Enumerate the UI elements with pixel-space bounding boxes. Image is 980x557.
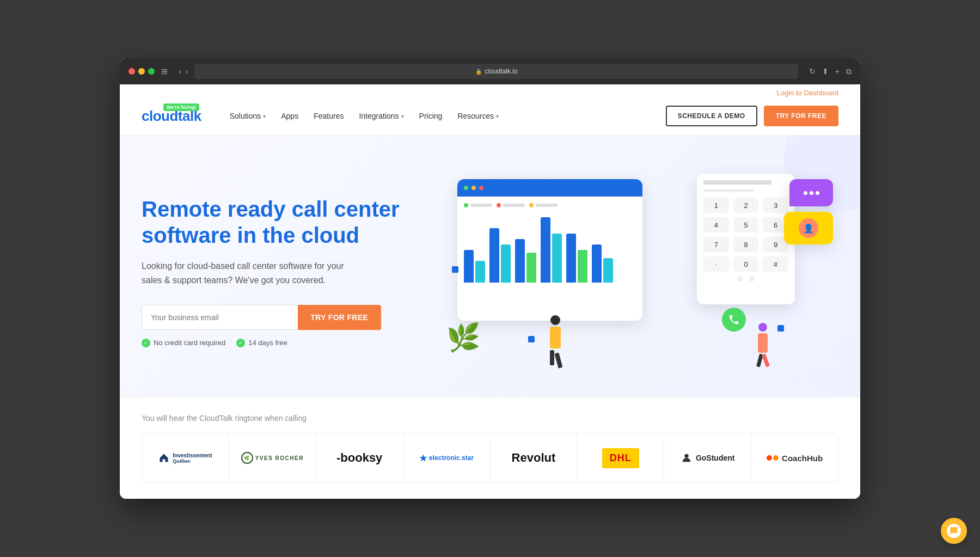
logo-card-dhl: DHL: [577, 433, 664, 482]
bar: [475, 261, 485, 283]
person-legs: [539, 350, 572, 368]
social-proof-section: You will hear the CloudTalk ringtone whe…: [120, 397, 860, 499]
deco-square-3: [777, 325, 784, 332]
nav-item-resources[interactable]: Resources ▾: [451, 107, 505, 125]
key-8[interactable]: 8: [733, 237, 759, 252]
phone-display: [703, 180, 771, 185]
legend-item: [464, 203, 492, 207]
reload-button[interactable]: ↻: [809, 67, 816, 76]
close-button[interactable]: [128, 68, 135, 75]
dashboard-card: [457, 179, 642, 321]
nav-item-features[interactable]: Features: [307, 107, 350, 125]
legend-item-3: [529, 203, 558, 207]
key-hash[interactable]: #: [763, 256, 788, 272]
nav-item-pricing[interactable]: Pricing: [413, 107, 449, 125]
bubble-dot-2: [810, 191, 813, 195]
key-4[interactable]: 4: [703, 217, 729, 232]
trust-badges: ✓ No credit card required ✓ 14 days free: [142, 339, 414, 347]
dot-red: [479, 186, 483, 190]
website-content: Login to Dashboard We're hiring! cloudta…: [120, 84, 860, 499]
tabs-button[interactable]: ⧉: [846, 67, 852, 76]
header-cta: SCHEDULE A DEMO TRY FOR FREE: [666, 106, 838, 126]
electronic-star-logo: ★ electronic.star: [419, 453, 474, 463]
dhl-logo: DHL: [602, 448, 639, 468]
nav-item-apps[interactable]: Apps: [274, 107, 305, 125]
login-link[interactable]: Login to Dashboard: [777, 89, 838, 97]
phone-keypad-card: 1 2 3 4 5 6 7 8 9 · 0 #: [697, 174, 795, 304]
days-free-badge: ✓ 14 days free: [236, 339, 287, 347]
new-tab-button[interactable]: +: [835, 67, 840, 76]
person-body: [550, 327, 561, 348]
nav-item-solutions[interactable]: Solutions ▾: [223, 107, 273, 125]
bar: [592, 244, 602, 283]
chat-fab-button[interactable]: [941, 518, 967, 544]
dashboard-body: [457, 197, 642, 295]
logo-area: We're hiring! cloudtalk: [142, 108, 201, 125]
try-free-header-button[interactable]: TRY FOR FREE: [764, 106, 838, 126]
key-0[interactable]: 0: [733, 256, 759, 272]
logos-row: InvestissementQuébec 🌿 YVES ROCHER -book…: [142, 433, 838, 482]
hero-subtitle: Looking for cloud-based call center soft…: [142, 259, 359, 287]
no-cc-badge: ✓ No credit card required: [142, 339, 225, 347]
lock-icon: 🔒: [475, 69, 482, 75]
bar: [541, 217, 550, 283]
address-bar[interactable]: 🔒 cloudtalk.io: [194, 64, 798, 79]
forward-button[interactable]: ›: [186, 67, 188, 76]
phone-action-dots: [703, 276, 788, 281]
phone-subdisplay: [703, 189, 755, 192]
maximize-button[interactable]: [148, 68, 155, 75]
logo-card-investissement: InvestissementQuébec: [142, 433, 229, 482]
revolut-logo: Revolut: [512, 451, 556, 465]
logo-card-electronic-star: ★ electronic.star: [403, 433, 491, 482]
bar: [552, 234, 562, 283]
key-2[interactable]: 2: [733, 198, 759, 213]
browser-chrome: ⊞ ‹ › 🔒 cloudtalk.io ↻ ⬆ + ⧉: [120, 58, 860, 84]
chat-bubble-card: [789, 179, 833, 206]
email-input[interactable]: [142, 305, 298, 330]
call-icon: [722, 308, 746, 332]
schedule-demo-button[interactable]: SCHEDULE A DEMO: [666, 106, 757, 126]
bar-group-6: [592, 244, 613, 283]
key-1[interactable]: 1: [703, 198, 729, 213]
bar-group-4: [541, 217, 562, 283]
key-3[interactable]: 3: [763, 198, 788, 213]
nav-item-integrations[interactable]: Integrations ▾: [352, 107, 410, 125]
bar: [603, 258, 613, 283]
dot-yellow: [471, 186, 476, 190]
try-free-hero-button[interactable]: TRY FOR FREE: [298, 305, 382, 330]
site-header: Login to Dashboard We're hiring! cloudta…: [120, 84, 860, 136]
leg-left: [550, 350, 554, 365]
hero-content: Remote ready call center software in the…: [142, 196, 414, 347]
logo-card-gostudent: GoStudent: [664, 433, 751, 482]
key-star[interactable]: ·: [703, 256, 729, 272]
legend-item-2: [497, 203, 525, 207]
yves-rocher-logo: 🌿 YVES ROCHER: [241, 452, 304, 464]
person-figure: [539, 315, 572, 370]
chevron-down-icon: ▾: [496, 113, 499, 119]
minimize-button[interactable]: [138, 68, 145, 75]
check-icon: ✓: [142, 339, 150, 347]
hero-title: Remote ready call center software in the…: [142, 196, 414, 248]
bar-group-2: [489, 228, 511, 283]
bar-group-3: [515, 239, 536, 283]
header-main: We're hiring! cloudtalk Solutions ▾ Apps…: [142, 99, 838, 135]
chart-bars: [464, 212, 636, 288]
svg-point-0: [684, 454, 688, 458]
share-button[interactable]: ⬆: [822, 67, 829, 76]
sidebar-icon[interactable]: ⊞: [161, 67, 168, 76]
traffic-lights: [128, 68, 155, 75]
browser-nav: ‹ ›: [179, 67, 188, 76]
key-5[interactable]: 5: [733, 217, 759, 232]
bar: [501, 244, 511, 283]
coachhub-logo: CoachHub: [767, 454, 823, 463]
deco-square-2: [528, 336, 535, 342]
bar: [515, 239, 525, 283]
user-card: 👤: [784, 212, 833, 244]
bar: [566, 234, 576, 283]
logo-card-revolut: Revolut: [491, 433, 578, 482]
logo-card-yves-rocher: 🌿 YVES ROCHER: [229, 433, 316, 482]
dot-green: [464, 186, 468, 190]
back-button[interactable]: ‹: [179, 67, 181, 76]
key-7[interactable]: 7: [703, 237, 729, 252]
check-icon-2: ✓: [236, 339, 245, 347]
